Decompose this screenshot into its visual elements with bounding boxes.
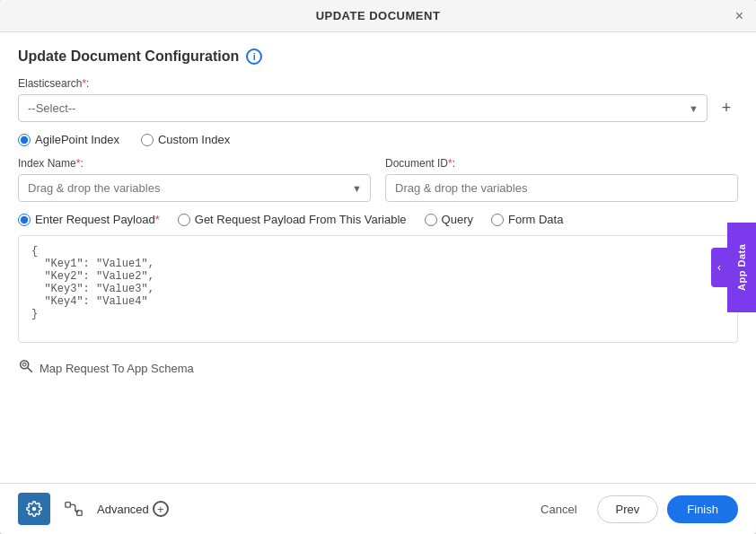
index-name-input-wrapper: ▼ bbox=[18, 174, 371, 202]
config-title-text: Update Document Configuration bbox=[18, 48, 239, 65]
modal-body: Update Document Configuration i Elastics… bbox=[0, 32, 756, 483]
query-radio[interactable]: Query bbox=[425, 213, 473, 226]
app-data-tab[interactable]: App Data bbox=[727, 223, 756, 312]
index-name-field: Index Name*: ▼ bbox=[18, 157, 371, 202]
custom-index-radio[interactable]: Custom Index bbox=[141, 133, 230, 146]
index-name-input[interactable] bbox=[18, 174, 371, 202]
cancel-button[interactable]: Cancel bbox=[530, 496, 587, 522]
info-icon[interactable]: i bbox=[246, 48, 262, 65]
document-id-label: Document ID*: bbox=[385, 157, 738, 170]
modal-title: UPDATE DOCUMENT bbox=[316, 9, 441, 22]
footer-left: Advanced + bbox=[18, 493, 169, 525]
elasticsearch-select[interactable]: --Select-- bbox=[18, 94, 708, 122]
payload-options-group: Enter Request Payload* Get Request Paylo… bbox=[18, 213, 738, 226]
enter-request-radio[interactable]: Enter Request Payload* bbox=[18, 213, 160, 226]
advanced-button[interactable]: Advanced + bbox=[97, 501, 169, 517]
arrow-icon: ‹ bbox=[717, 261, 721, 274]
get-request-label: Get Request Payload From This Variable bbox=[195, 213, 407, 226]
finish-button[interactable]: Finish bbox=[667, 495, 738, 523]
payload-textarea[interactable]: { "Key1": "Value1", "Key2": "Value2", "K… bbox=[18, 235, 738, 343]
app-data-sidebar: ‹ App Data bbox=[711, 223, 756, 312]
index-type-group: AgilePoint Index Custom Index bbox=[18, 133, 738, 146]
index-docid-row: Index Name*: ▼ Document ID*: bbox=[18, 157, 738, 202]
add-elasticsearch-button[interactable]: + bbox=[715, 97, 738, 120]
index-name-label: Index Name*: bbox=[18, 157, 371, 170]
custom-index-label: Custom Index bbox=[158, 133, 230, 146]
svg-line-1 bbox=[28, 368, 32, 372]
agilepoint-index-label: AgilePoint Index bbox=[35, 133, 119, 146]
svg-point-2 bbox=[22, 363, 26, 366]
modal-footer: Advanced + Cancel Prev Finish bbox=[0, 483, 756, 534]
map-schema-label: Map Request To App Schema bbox=[40, 362, 194, 375]
enter-request-label: Enter Request Payload* bbox=[35, 213, 160, 226]
form-data-label: Form Data bbox=[508, 213, 563, 226]
footer-right: Cancel Prev Finish bbox=[530, 495, 738, 523]
document-id-input[interactable] bbox=[385, 174, 738, 202]
app-data-arrow[interactable]: ‹ bbox=[711, 248, 727, 287]
flow-button[interactable] bbox=[57, 493, 90, 525]
gear-button[interactable] bbox=[18, 493, 50, 525]
agilepoint-index-radio[interactable]: AgilePoint Index bbox=[18, 133, 119, 146]
prev-button[interactable]: Prev bbox=[597, 495, 659, 523]
map-schema-icon bbox=[18, 358, 34, 378]
close-button[interactable]: × bbox=[735, 9, 743, 23]
get-request-radio[interactable]: Get Request Payload From This Variable bbox=[178, 213, 407, 226]
advanced-label: Advanced bbox=[97, 503, 149, 516]
elasticsearch-label: Elasticsearch*: bbox=[18, 77, 738, 90]
map-schema-link[interactable]: Map Request To App Schema bbox=[18, 358, 738, 378]
advanced-plus-icon: + bbox=[153, 501, 169, 517]
form-data-radio[interactable]: Form Data bbox=[491, 213, 563, 226]
modal-header: UPDATE DOCUMENT × bbox=[0, 0, 756, 32]
svg-rect-3 bbox=[66, 503, 71, 508]
config-title-row: Update Document Configuration i bbox=[18, 48, 738, 65]
elasticsearch-row: --Select-- ▼ + bbox=[18, 94, 738, 122]
query-label: Query bbox=[442, 213, 473, 226]
elasticsearch-select-wrapper: --Select-- ▼ bbox=[18, 94, 708, 122]
document-id-field: Document ID*: bbox=[385, 157, 738, 202]
